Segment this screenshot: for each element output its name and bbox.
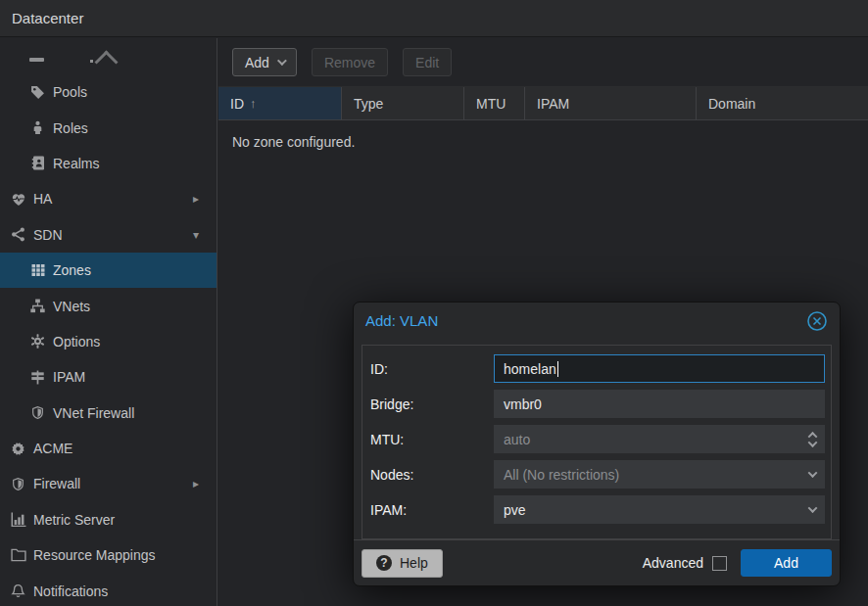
- dialog-header[interactable]: Add: VLAN: [354, 303, 840, 339]
- ipam-field-label: IPAM:: [370, 502, 494, 518]
- form-row-bridge: Bridge: vmbr0: [370, 390, 825, 418]
- nodes-placeholder: All (No restrictions): [504, 467, 619, 483]
- add-button-label: Add: [245, 55, 269, 70]
- map-signs-icon: [29, 370, 46, 385]
- sidebar-item-realms[interactable]: Realms: [0, 146, 217, 181]
- sidebar-item-ipam[interactable]: IPAM: [0, 359, 217, 395]
- sidebar-item-label: Zones: [53, 262, 91, 278]
- spinner-buttons[interactable]: [800, 426, 824, 452]
- sidebar-item-pools[interactable]: Pools: [0, 74, 217, 110]
- chevron-up-icon: [94, 50, 118, 73]
- table-header-row: ID ↑ Type MTU IPAM Domain: [218, 87, 868, 120]
- close-icon[interactable]: [806, 310, 828, 332]
- bridge-input-value: vmbr0: [504, 396, 542, 412]
- column-label: MTU: [476, 96, 506, 112]
- dropdown-trigger[interactable]: [800, 461, 824, 488]
- column-label: Domain: [708, 96, 755, 112]
- form-row-id: ID: homelan: [370, 354, 825, 383]
- sidebar-item-options[interactable]: Options: [0, 324, 217, 359]
- nodes-select[interactable]: All (No restrictions): [494, 460, 825, 489]
- column-header-ipam[interactable]: IPAM: [524, 87, 696, 119]
- add-vlan-dialog: Add: VLAN ID: homelan Bridge: vmbr0 MTU:…: [353, 302, 841, 586]
- sidebar-item-vnet-firewall[interactable]: VNet Firewall: [0, 396, 217, 431]
- gear-icon: [29, 334, 46, 349]
- top-bar: Datacenter: [0, 0, 868, 37]
- sidebar-item-label: VNets: [53, 299, 90, 314]
- submit-add-button[interactable]: Add: [741, 549, 832, 577]
- sidebar-item-ha[interactable]: HA ▸: [0, 181, 217, 216]
- sidebar-item-roles[interactable]: Roles: [0, 110, 217, 145]
- advanced-checkbox[interactable]: [712, 556, 727, 571]
- sidebar-item-zones[interactable]: Zones: [0, 253, 217, 288]
- column-label: ID: [230, 96, 244, 112]
- sidebar-item-label: SDN: [33, 227, 63, 243]
- sidebar-item-metric-server[interactable]: Metric Server: [0, 502, 217, 537]
- sidebar-item-label: IPAM: [53, 369, 85, 385]
- dialog-footer: ? Help Advanced Add: [354, 539, 840, 585]
- chevron-down-icon: [807, 438, 817, 447]
- help-button[interactable]: ? Help: [362, 549, 443, 578]
- zones-toolbar: Add Remove Edit: [218, 38, 868, 87]
- remove-button[interactable]: Remove: [312, 48, 388, 76]
- clipped-icon: [29, 58, 44, 62]
- clipped-text-fragment: [90, 60, 93, 63]
- page-title: Datacenter: [12, 10, 83, 26]
- dialog-title: Add: VLAN: [365, 312, 806, 329]
- sidebar-item-label: HA: [33, 191, 52, 207]
- nodes-field-label: Nodes:: [370, 467, 494, 483]
- form-row-ipam: IPAM: pve: [370, 495, 825, 524]
- id-field-label: ID:: [370, 361, 494, 377]
- text-cursor: [557, 361, 558, 377]
- column-header-mtu[interactable]: MTU: [463, 87, 524, 119]
- edit-button[interactable]: Edit: [403, 48, 452, 76]
- seal-icon: [10, 442, 26, 456]
- ipam-select-value: pve: [504, 502, 526, 518]
- edit-button-label: Edit: [415, 55, 439, 70]
- chevron-down-icon: [277, 56, 287, 66]
- id-input-value: homelan: [504, 361, 556, 377]
- chevron-down-icon: [807, 468, 817, 478]
- sidebar-item-firewall[interactable]: Firewall ▸: [0, 466, 217, 501]
- shield-icon: [29, 405, 46, 420]
- sidebar-item-label: Realms: [53, 156, 99, 171]
- sidebar-item-label: ACME: [33, 441, 72, 456]
- mtu-placeholder: auto: [504, 432, 530, 447]
- sidebar-tree: Pools Roles Realms HA ▸ SDN ▾ Zones: [0, 38, 217, 606]
- mtu-field-label: MTU:: [370, 432, 494, 447]
- help-button-label: Help: [400, 555, 428, 571]
- column-header-domain[interactable]: Domain: [696, 87, 868, 119]
- dialog-form: ID: homelan Bridge: vmbr0 MTU: auto: [362, 345, 832, 539]
- chevron-down-icon: [807, 503, 817, 513]
- sidebar-item-vnets[interactable]: VNets: [0, 288, 217, 323]
- mtu-spinner[interactable]: auto: [494, 425, 825, 453]
- add-button[interactable]: Add: [232, 48, 297, 76]
- sidebar-item-label: Roles: [53, 120, 88, 136]
- chevron-right-icon: ▸: [193, 192, 199, 206]
- bridge-field-label: Bridge:: [370, 396, 494, 412]
- network-nodes-icon: [10, 227, 26, 242]
- folder-icon: [10, 548, 26, 563]
- remove-button-label: Remove: [324, 55, 375, 70]
- chevron-right-icon: ▸: [193, 477, 199, 490]
- column-header-type[interactable]: Type: [341, 87, 463, 119]
- sidebar-item-acme[interactable]: ACME: [0, 431, 217, 466]
- column-header-id[interactable]: ID ↑: [218, 87, 341, 119]
- address-book-icon: [29, 156, 46, 170]
- sidebar-item-resource-mappings[interactable]: Resource Mappings: [0, 537, 217, 573]
- heartbeat-icon: [10, 192, 26, 207]
- dropdown-trigger[interactable]: [800, 496, 824, 523]
- sidebar-item-label: VNet Firewall: [53, 405, 134, 421]
- sidebar-item-label: Notifications: [33, 583, 108, 599]
- sidebar-item-label: Options: [53, 334, 100, 350]
- sidebar-item-label: Pools: [53, 84, 87, 100]
- id-input[interactable]: homelan: [494, 354, 825, 383]
- bell-icon: [10, 583, 26, 598]
- chevron-down-icon: ▾: [193, 228, 199, 242]
- bridge-input[interactable]: vmbr0: [494, 390, 825, 418]
- footer-actions: Advanced Add: [643, 549, 832, 577]
- sidebar-item-notifications[interactable]: Notifications: [0, 573, 217, 606]
- person-icon: [29, 120, 46, 135]
- ipam-select[interactable]: pve: [494, 495, 825, 524]
- sidebar-item-clipped[interactable]: [0, 38, 217, 74]
- sidebar-item-sdn[interactable]: SDN ▾: [0, 217, 217, 253]
